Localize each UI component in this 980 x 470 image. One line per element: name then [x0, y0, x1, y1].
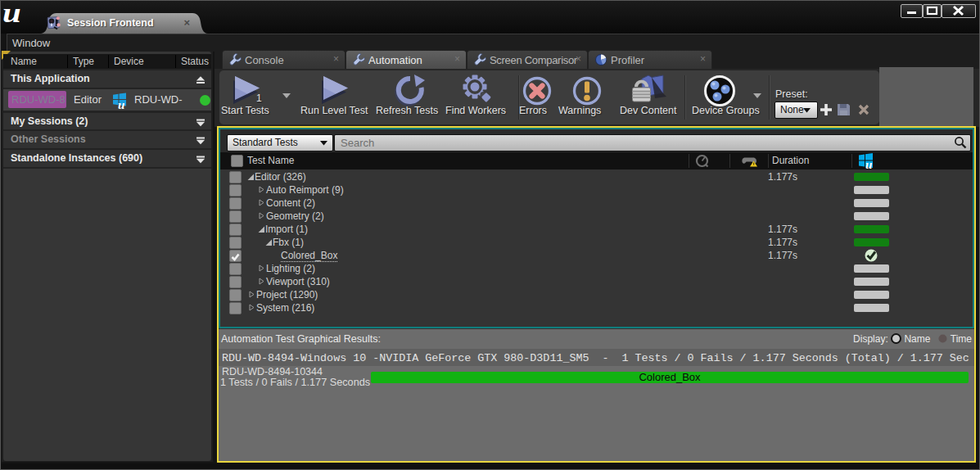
svg-text:u: u — [118, 98, 124, 111]
svg-text:u: u — [865, 158, 872, 170]
